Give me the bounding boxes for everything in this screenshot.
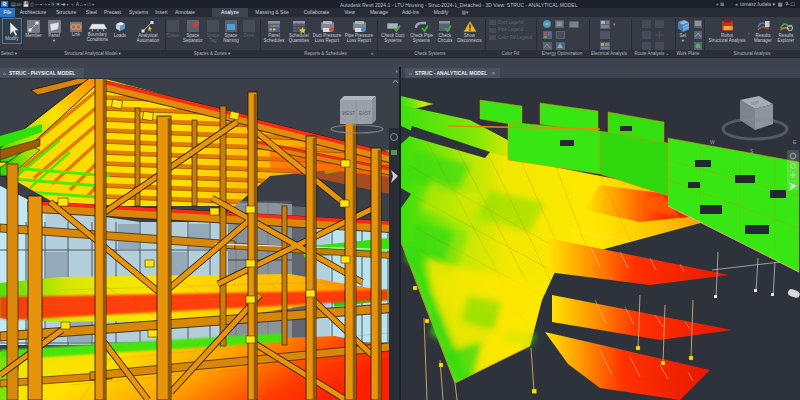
svg-text:WEST: WEST [342,111,355,116]
svg-text:W: W [710,139,715,145]
svg-text:▾: ▾ [613,21,616,27]
svg-text:EAST: EAST [359,111,371,116]
